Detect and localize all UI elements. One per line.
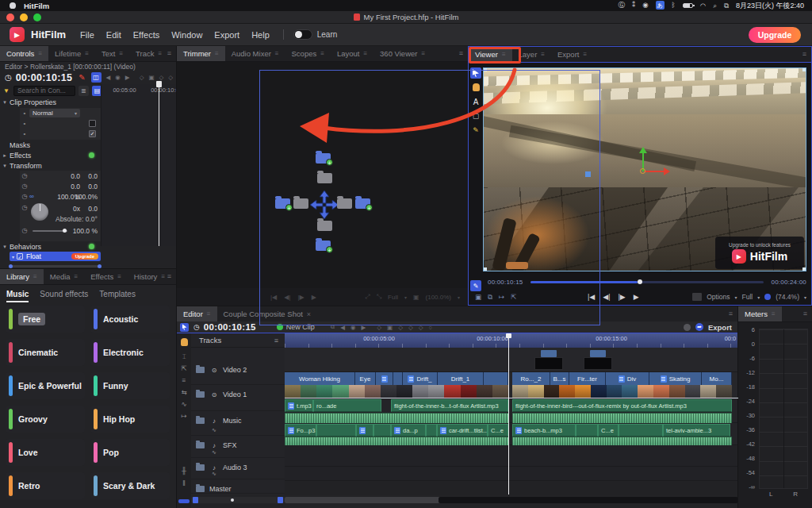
export-frame-icon[interactable]: ↦ [499, 293, 504, 301]
marker-box-icon[interactable]: ▣ [387, 324, 393, 331]
zoom-center-dot[interactable] [231, 498, 234, 502]
loop-icon[interactable]: ▣ [475, 293, 481, 301]
next-keyframe-icon[interactable]: ▶ [125, 74, 130, 81]
track-row-master[interactable]: Master [191, 479, 285, 494]
timeline[interactable]: 00:00:05:0000:00:10:0000:00:15:0000:0 Wo… [285, 333, 738, 495]
video1-clip[interactable] [393, 372, 403, 385]
opacity-slider[interactable] [33, 230, 67, 232]
video1-clip[interactable]: Mo... [702, 372, 732, 385]
hamburger-icon[interactable]: ≡ [207, 310, 211, 318]
video1-clip[interactable]: Div [606, 372, 649, 385]
waveform-toggle-icon[interactable]: ∿ [212, 471, 216, 477]
menubar-app-name[interactable]: HitFilm [24, 2, 49, 10]
eye-icon[interactable]: ⊙ [210, 367, 218, 374]
tab-track[interactable]: Track≡ [129, 46, 168, 61]
keyframe-graph-area[interactable] [101, 84, 176, 246]
hamburger-icon[interactable]: ≡ [729, 310, 733, 318]
trimmer-zoom-mode[interactable]: Full [388, 294, 398, 301]
track-row-video-1[interactable]: ⊙Video 1 [191, 385, 285, 411]
apple-menu-icon[interactable] [10, 2, 16, 9]
music-clip[interactable]: flight-of-the-inner-b...t-of-flux Artlis… [391, 399, 508, 412]
marker-diamond-icon[interactable]: ◇ [377, 324, 381, 331]
library-card-acoustic[interactable]: Acoustic [90, 306, 170, 333]
gizmo-anchor-ring[interactable] [640, 168, 645, 174]
hamburger-icon[interactable]: ≡ [274, 337, 278, 344]
expand-icon[interactable]: ⤢ [365, 293, 370, 301]
selection-handle[interactable] [484, 267, 487, 271]
video1-clip[interactable]: B...s [550, 372, 569, 385]
tab-library[interactable]: Library≡ [0, 269, 44, 284]
strip-tool-icon-2[interactable]: ≡ [177, 376, 191, 384]
library-card-scary-dark[interactable]: Scary & Dark [90, 472, 170, 499]
music-clip[interactable]: t.mp3 [285, 399, 313, 412]
marker-diamond3-icon[interactable]: ◇ [408, 324, 413, 331]
controls-hscrollbar[interactable] [10, 265, 101, 267]
text-tool[interactable]: A [470, 96, 481, 107]
speaker-icon[interactable]: ♪ [210, 418, 218, 425]
viewer-zoom-percent[interactable]: (74.4%) [776, 293, 799, 301]
track-row-video-2[interactable]: ⊙Video 2 [191, 360, 285, 385]
eye-icon[interactable]: ⊙ [210, 391, 218, 398]
sfx-clip[interactable]: da...p [391, 424, 426, 437]
tab-meters[interactable]: Meters≡ [738, 306, 782, 321]
menu-file[interactable]: File [80, 30, 94, 40]
sfx-clip[interactable] [576, 424, 598, 437]
stopwatch-icon[interactable]: ◷ [20, 183, 29, 190]
tab-couple-composite-shot[interactable]: Couple Composite Shot× [217, 306, 318, 321]
video1-clip[interactable]: Fir...ter [569, 372, 606, 385]
timeline-option-button[interactable] [178, 499, 190, 503]
timeline-playhead-cap[interactable] [506, 333, 511, 338]
bluetooth-icon[interactable]: ᛒ [672, 1, 676, 10]
timeline-ruler[interactable]: 00:00:05:0000:00:10:0000:00:15:0000:0 [285, 333, 738, 348]
keyframe-diamond2-icon[interactable]: ◇ [159, 74, 164, 81]
strip-tool-icon-3[interactable]: ⇆ [177, 388, 191, 396]
ime-icon[interactable]: あ [656, 1, 665, 10]
sfx-clip[interactable]: tel-aviv-ambie...3 [663, 424, 730, 437]
tab-layout[interactable]: Layout≡ [331, 46, 373, 61]
checkbox-unchecked[interactable] [89, 120, 96, 127]
track-row-music[interactable]: ♪Music∿ [191, 411, 285, 436]
checkbox-checked[interactable]: ✓ [89, 130, 96, 137]
skip-start-icon[interactable]: |◀ [588, 293, 595, 301]
video2-clip[interactable] [584, 357, 612, 370]
library-card-funny[interactable]: Funny [90, 372, 170, 399]
music-waveform[interactable] [285, 413, 508, 423]
upgrade-watermark[interactable]: Upgrade to unlock features ▶ HitFilm [715, 237, 804, 269]
control-center-icon[interactable]: ⧉ [724, 2, 729, 10]
new-clip-button[interactable]: New Clip [277, 323, 315, 331]
marker-diamond4-icon[interactable]: ◇ [419, 324, 423, 331]
section-behaviors[interactable]: ▾ Behaviors [0, 241, 101, 252]
play-icon[interactable]: ▶ [312, 294, 316, 301]
hamburger-icon[interactable]: ≡ [167, 49, 171, 57]
wifi-icon[interactable]: ◠ [700, 2, 706, 10]
rotation-degrees[interactable]: 0.0 [71, 205, 98, 213]
hamburger-icon[interactable]: ≡ [275, 50, 279, 57]
people-icon[interactable]: ⁑ [632, 1, 635, 10]
timeline-playhead[interactable] [508, 333, 509, 495]
quality-icon[interactable] [692, 293, 702, 301]
selection-handle[interactable] [802, 267, 806, 271]
tab-360-viewer[interactable]: 360 Viewer≡ [373, 46, 431, 61]
list-view-icon[interactable]: ≣ [79, 86, 89, 96]
menu-edit[interactable]: Edit [106, 30, 121, 40]
sfx-clip[interactable] [356, 424, 373, 437]
video1-clip[interactable]: Ro..._2 [512, 372, 550, 385]
strip-tool-icon-5[interactable]: ↦ [177, 412, 191, 420]
grammarly-icon[interactable]: Ⓖ [618, 1, 625, 10]
step-forward-icon[interactable]: |▶ [297, 294, 304, 301]
hamburger-icon[interactable]: ≡ [85, 50, 89, 57]
folder-icon[interactable] [196, 391, 205, 398]
video1-clip[interactable]: Skating [649, 372, 702, 385]
editor-timecode[interactable]: 00:00:10:15 [204, 322, 256, 332]
tab-lifetime[interactable]: Lifetime≡ [48, 46, 95, 61]
link-icon[interactable]: ∞ [29, 193, 34, 200]
sfx-waveform[interactable] [285, 437, 508, 445]
strip-audio-icon-1[interactable]: ‖ [177, 479, 191, 487]
sfx-clip[interactable] [619, 424, 663, 437]
pen-tool[interactable]: ✎ [470, 125, 481, 136]
waveform-toggle-icon[interactable]: ∿ [212, 427, 216, 433]
hamburger-icon[interactable]: ≡ [803, 310, 807, 318]
select-tool[interactable] [180, 323, 189, 332]
hamburger-icon[interactable]: ≡ [167, 272, 171, 280]
seekbar-knob[interactable] [638, 279, 642, 284]
